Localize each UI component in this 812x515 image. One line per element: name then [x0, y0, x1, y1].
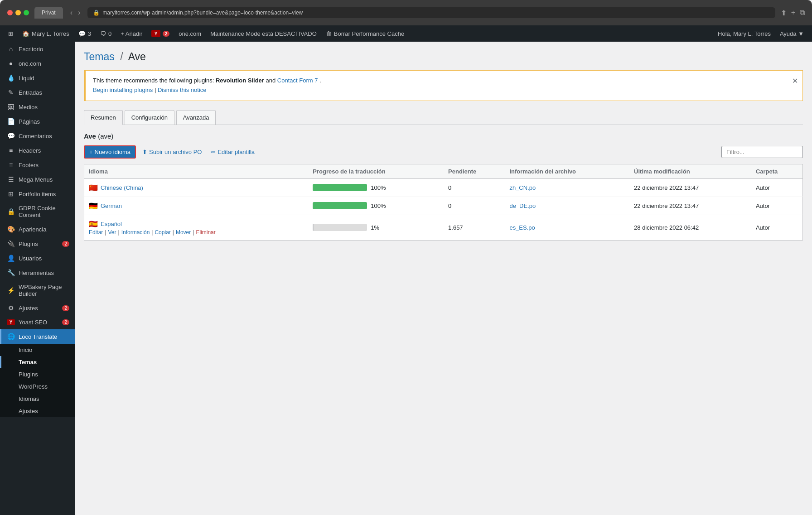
user-greeting: Hola, Mary L. Torres [718, 30, 771, 37]
tab-resumen[interactable]: Resumen [84, 110, 123, 125]
flag-espanol: 🇪🇸 [89, 220, 98, 228]
notice-text2: and [266, 77, 277, 84]
notice-box: This theme recommends the following plug… [84, 70, 803, 101]
admin-bar-yoast[interactable]: Y 2 [147, 25, 174, 42]
sidebar-item-herramientas[interactable]: 🔧 Herramientas [0, 265, 75, 280]
admin-bar-add[interactable]: + Añadir [116, 25, 147, 42]
sidebar-label-medios: Medios [19, 104, 38, 111]
sidebar-item-footers[interactable]: ≡ Footers [0, 158, 75, 172]
sidebar-item-entradas[interactable]: ✎ Entradas [0, 85, 75, 100]
share-icon[interactable]: ⬆ [781, 9, 787, 17]
submenu-inicio[interactable]: Inicio [0, 344, 75, 356]
maximize-dot[interactable] [24, 10, 29, 15]
notice-close-button[interactable]: ✕ [792, 75, 798, 87]
action-eliminar[interactable]: Eliminar [196, 229, 215, 236]
progress-bar-bg-german [313, 202, 367, 209]
tab-avanzada[interactable]: Avanzada [176, 110, 216, 125]
sidebar-item-medios[interactable]: 🖼 Medios [0, 100, 75, 114]
sidebar-item-wpbakery[interactable]: ⚡ WPBakery Page Builder [0, 280, 75, 301]
action-informacion[interactable]: Información [121, 229, 150, 236]
windows-icon[interactable]: ⧉ [800, 9, 805, 17]
admin-bar-user[interactable]: Hola, Mary L. Torres [713, 25, 775, 42]
breadcrumb-separator: / [120, 51, 123, 63]
tab-configuracion[interactable]: Configuración [125, 110, 174, 125]
sidebar-item-megamenus[interactable]: ☰ Mega Menus [0, 172, 75, 187]
submenu-temas[interactable]: Temas [0, 356, 75, 368]
admin-bar-maintenance[interactable]: Maintenance Mode está DESACTIVADO [206, 25, 321, 42]
wp-logo[interactable]: ⊞ [4, 25, 18, 42]
sidebar-item-liquid[interactable]: 💧 Liquid [0, 71, 75, 85]
lang-link-espanol[interactable]: Español [101, 221, 122, 227]
action-copiar[interactable]: Copiar [155, 229, 170, 236]
progress-pct-german: 100% [371, 202, 386, 209]
submenu-idiomas[interactable]: Idiomas [0, 393, 75, 405]
sidebar-item-comentarios[interactable]: 💬 Comentarios [0, 129, 75, 143]
browser-tab[interactable]: Privat [34, 7, 63, 19]
col-archivo: Información del archivo [505, 164, 629, 178]
file-link-german[interactable]: de_DE.po [509, 202, 536, 209]
nuevo-idioma-button[interactable]: + Nuevo idioma [84, 145, 136, 159]
col-idioma: Idioma [84, 164, 309, 178]
nav-forward[interactable]: › [76, 8, 82, 18]
admin-bar-messages[interactable]: 🗨 0 [96, 25, 116, 42]
sidebar-item-portfolio[interactable]: ⊞ Portfolio items [0, 187, 75, 201]
minimize-dot[interactable] [15, 10, 21, 15]
sidebar-item-headers[interactable]: ≡ Headers [0, 143, 75, 158]
sidebar-item-locotranslate[interactable]: 🌐 Loco Translate [0, 329, 75, 344]
sidebar-item-apariencia[interactable]: 🎨 Apariencia [0, 222, 75, 236]
admin-bar-right: Hola, Mary L. Torres Ayuda ▼ [713, 25, 808, 42]
sidebar-item-usuarios[interactable]: 👤 Usuarios [0, 251, 75, 265]
sidebar-item-yoastseo[interactable]: Y Yoast SEO 2 [0, 315, 75, 329]
file-espanol: es_ES.po [505, 215, 629, 240]
add-tab-icon[interactable]: + [791, 9, 795, 17]
editar-plantilla-label: Editar plantilla [218, 149, 255, 155]
sidebar-item-escritorio[interactable]: ⌂ Escritorio [0, 42, 75, 56]
wpbakery-icon: ⚡ [7, 287, 15, 294]
lock-icon: 🔒 [93, 10, 100, 16]
file-link-espanol[interactable]: es_ES.po [509, 224, 535, 231]
admin-bar-comments[interactable]: 💬 3 [74, 25, 96, 42]
close-dot[interactable] [7, 10, 13, 15]
sidebar-item-plugins[interactable]: 🔌 Plugins 2 [0, 236, 75, 251]
comentarios-icon: 💬 [7, 132, 15, 140]
progress-bar-bg-chinese [313, 184, 367, 191]
breadcrumb-temas[interactable]: Temas [84, 51, 115, 63]
action-mover[interactable]: Mover [176, 229, 191, 236]
notice-dismiss[interactable]: Dismiss this notice [158, 87, 207, 93]
lang-link-german[interactable]: German [101, 202, 122, 209]
lang-link-chinese[interactable]: Chinese (China) [101, 184, 143, 191]
admin-bar-site[interactable]: 🏠 Mary L. Torres [18, 25, 74, 42]
tab-resumen-label: Resumen [91, 114, 116, 121]
notice-action1[interactable]: Begin installing plugins [93, 87, 153, 93]
nav-back[interactable]: ‹ [68, 8, 74, 18]
admin-bar-cache[interactable]: 🗑 Borrar Performance Cache [321, 25, 409, 42]
sidebar-item-gdpr[interactable]: 🔒 GDPR Cookie Consent [0, 201, 75, 222]
sidebar-item-paginas[interactable]: 📄 Páginas [0, 114, 75, 129]
progress-pct-chinese: 100% [371, 184, 386, 191]
action-ver[interactable]: Ver [108, 229, 116, 236]
sidebar-item-onecom[interactable]: ● one.com [0, 56, 75, 71]
table-row: 🇨🇳 Chinese (China) 100% [84, 178, 803, 197]
wp-main: Temas / Ave This theme recommends the fo… [75, 42, 812, 515]
sidebar-label-paginas: Páginas [19, 118, 40, 125]
address-bar[interactable]: 🔒 maryltorres.com/wp-admin/admin.php?bun… [87, 7, 775, 18]
modified-espanol: 28 diciembre 2022 06:42 [629, 215, 751, 240]
sidebar-item-ajustes[interactable]: ⚙ Ajustes 2 [0, 301, 75, 315]
sep5: | [193, 229, 194, 236]
submenu-plugins[interactable]: Plugins [0, 368, 75, 380]
admin-bar-onecom[interactable]: one.com [174, 25, 206, 42]
submenu-wordpress[interactable]: WordPress [0, 380, 75, 393]
editar-plantilla-button[interactable]: ✏ Editar plantilla [208, 146, 257, 158]
progress-cell-espanol: 1% [308, 215, 444, 240]
file-link-chinese[interactable]: zh_CN.po [509, 184, 536, 191]
headers-icon: ≡ [7, 147, 15, 154]
submenu-ajustes[interactable]: Ajustes [0, 405, 75, 417]
browser-chrome: Privat ‹ › 🔒 maryltorres.com/wp-admin/ad… [0, 0, 812, 25]
subir-po-button[interactable]: ⬆ Subir un archivo PO [140, 146, 204, 158]
filter-input[interactable] [721, 146, 803, 158]
modified-chinese: 22 diciembre 2022 13:47 [629, 178, 751, 197]
notice-link2[interactable]: Contact Form 7 [277, 77, 318, 84]
action-editar[interactable]: Editar [89, 229, 103, 236]
admin-bar-help[interactable]: Ayuda ▼ [775, 25, 808, 42]
wp-icon: ⊞ [8, 30, 13, 37]
